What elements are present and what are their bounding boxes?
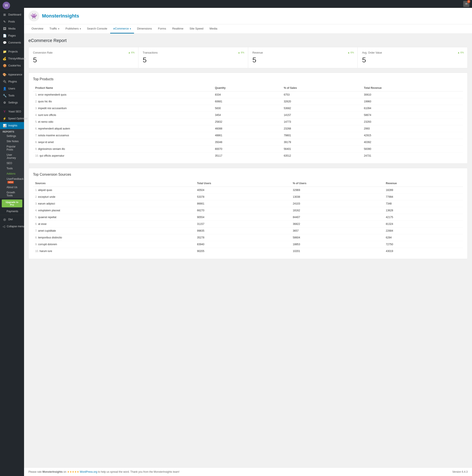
col-quantity: Quantity [213, 85, 282, 91]
sidebar-item-settings[interactable]: ⚙ Settings [0, 99, 24, 106]
pct-sales-cell: 79801 [282, 132, 362, 139]
submenu-item-tools[interactable]: Tools [0, 166, 24, 171]
upgrade-to-pro-button[interactable]: Upgrade to Pro [2, 200, 22, 207]
tab-site-speed[interactable]: Site Speed [186, 24, 207, 34]
submenu-item-userfeedback[interactable]: UserFeedback NEW [0, 176, 24, 185]
total-users-cell: 40504 [195, 187, 291, 194]
tab-ecommerce[interactable]: eCommerce ▾ [110, 24, 134, 34]
revenue-cell: 13628 [384, 207, 463, 214]
table-row: 4. voluptatem placeat 66270 18162 13628 [33, 207, 463, 214]
pct-sales-cell: 23268 [282, 125, 362, 132]
sidebar-item-appearance[interactable]: 🎨 Appearance [0, 71, 24, 78]
submenu-item-seo[interactable]: SEO [0, 161, 24, 166]
submenu-item-growth-tools[interactable]: Growth Tools [0, 190, 24, 198]
thirstyaffiliates-icon: 💰 [3, 57, 6, 60]
submenu-item-site-notes[interactable]: Site Notes [0, 139, 24, 144]
tab-realtime[interactable]: Realtime [169, 24, 186, 34]
sidebar-item-thirstyaffiliates[interactable]: 💰 ThirstyAffiliates [0, 55, 24, 62]
row-num: 2. [35, 195, 37, 198]
table-row: 2. quos hic illo 60681 32620 19960 [33, 98, 463, 105]
publishers-arrow-icon: ▾ [79, 28, 81, 30]
tab-traffic[interactable]: Traffic ▾ [46, 24, 62, 34]
quantity-cell: 80070 [213, 146, 282, 153]
sidebar-item-dashboard[interactable]: ⊞ Dashboard [0, 11, 24, 18]
sidebar-item-pages[interactable]: 📄 Pages [0, 32, 24, 39]
sidebar-divider-1 [0, 47, 24, 47]
total-users-cell: 83940 [195, 241, 291, 248]
sidebar-item-label: Tools [8, 94, 15, 97]
sidebar-item-divi[interactable]: ◎ Divi [0, 216, 24, 223]
submenu-item-settings[interactable]: Settings [0, 134, 24, 139]
table-row: 7. soluta maxime accusamus 48861 79801 4… [33, 132, 463, 139]
pct-users-cell: 10201 [291, 248, 383, 255]
submenu-item-user-journey[interactable]: User Journey [0, 152, 24, 161]
pct-sales-cell: 53682 [282, 105, 362, 112]
col-sources: Sources [33, 180, 195, 187]
sidebar-item-speed-optimizer[interactable]: ⚡ Speed Optimizer [0, 115, 24, 122]
metric-label-transactions: Transactions [143, 51, 244, 54]
col-product-name: Product Name [33, 85, 213, 91]
table-row: 1. error reprehenderit quos 8334 6753 30… [33, 91, 463, 98]
arrow-up-icon: ▲ [128, 51, 130, 54]
revenue-cell: 42175 [384, 214, 463, 221]
plugin-header: 👾 MonsterInsights [24, 8, 472, 24]
topbar-notification[interactable]: ✉ 0 [463, 1, 469, 7]
sidebar-item-projects[interactable]: 📁 Projects [0, 48, 24, 55]
tab-search-console[interactable]: Search Console [84, 24, 110, 34]
table-row: 3. impedit nisi accusantium 5830 53682 6… [33, 105, 463, 112]
total-users-cell: 86661 [195, 200, 291, 207]
table-row: 8. sequi id amet 35048 39179 40392 [33, 139, 463, 146]
submenu-item-addons[interactable]: Addons [0, 171, 24, 176]
revenue-cell: 43019 [384, 248, 463, 255]
tab-publishers[interactable]: Publishers ▾ [62, 24, 84, 34]
total-revenue-cell: 2993 [362, 125, 463, 132]
top-conversion-sources-section: Top Conversion Sources Sources Total Use… [28, 168, 468, 259]
sidebar-item-posts[interactable]: ✎ Posts [0, 18, 24, 25]
sidebar-item-yoast[interactable]: Y Yoast SEO [0, 108, 24, 115]
sidebar-item-label: Insights [8, 124, 17, 127]
row-num: 2. [35, 100, 37, 103]
revenue-cell: 22684 [384, 227, 463, 234]
sidebar-item-insights[interactable]: 📊 Insights [0, 122, 24, 129]
sidebar-item-collapse-menu[interactable]: ◁ Collapse menu [0, 223, 24, 230]
row-num: 6. [35, 127, 37, 130]
row-num: 8. [35, 141, 37, 144]
total-users-cell: 66270 [195, 207, 291, 214]
tab-overview[interactable]: Overview [28, 24, 46, 34]
metric-card-transactions: Transactions 5 ▲ 6% [138, 47, 248, 68]
submenu-item-about-us[interactable]: About Us [0, 185, 24, 190]
sidebar-item-media[interactable]: 🖼 Media [0, 25, 24, 32]
page-content: eCommerce Report Conversion Rate 5 ▲ 6% … [24, 34, 472, 467]
ecommerce-arrow-icon: ▾ [129, 28, 131, 30]
main-content: ✉ 0 👾 MonsterInsights Overview Traffic ▾… [24, 0, 472, 476]
total-revenue-cell: 30610 [362, 91, 463, 98]
submenu-item-popular-posts[interactable]: Popular Posts [0, 144, 24, 152]
submenu-item-payments[interactable]: Payments [0, 209, 24, 214]
nav-tabs: Overview Traffic ▾ Publishers ▾ Search C… [24, 24, 472, 34]
sidebar-item-cookieyes[interactable]: 🍪 CookieYes [0, 62, 24, 69]
footer: Please rate MonsterInsights on ★★★★★ Wor… [24, 467, 472, 476]
total-users-cell: 53378 [195, 194, 291, 200]
footer-wordpress-link[interactable]: WordPress.org [80, 470, 97, 473]
sidebar-item-label: Collapse menu [7, 225, 24, 228]
tab-media[interactable]: Media [207, 24, 220, 34]
tab-forms[interactable]: Forms [155, 24, 169, 34]
sidebar-item-plugins[interactable]: 🔌 Plugins [0, 78, 24, 85]
sidebar-item-tools[interactable]: 🔧 Tools [0, 92, 24, 99]
sidebar-item-comments[interactable]: 💬 Comments [0, 39, 24, 46]
top-conversion-sources-title: Top Conversion Sources [33, 173, 463, 177]
pct-sales-cell: 32620 [282, 98, 362, 105]
sidebar-item-users[interactable]: 👤 Users [0, 85, 24, 92]
sidebar-divider-4 [0, 215, 24, 215]
sidebar-item-label: Appearance [8, 73, 22, 76]
pct-users-cell: 3657 [291, 227, 383, 234]
topbar: ✉ 0 [24, 0, 472, 8]
metric-change-transactions: ▲ 6% [238, 51, 244, 54]
row-num: 1. [35, 93, 37, 96]
total-revenue-cell: 42915 [362, 132, 463, 139]
plugin-logo-icon: 👾 [28, 11, 39, 21]
quantity-cell: 8334 [213, 91, 282, 98]
total-revenue-cell: 40392 [362, 139, 463, 146]
table-row: 3. earum adipisci 86661 24103 7348 [33, 200, 463, 207]
tab-dimensions[interactable]: Dimensions [134, 24, 155, 34]
